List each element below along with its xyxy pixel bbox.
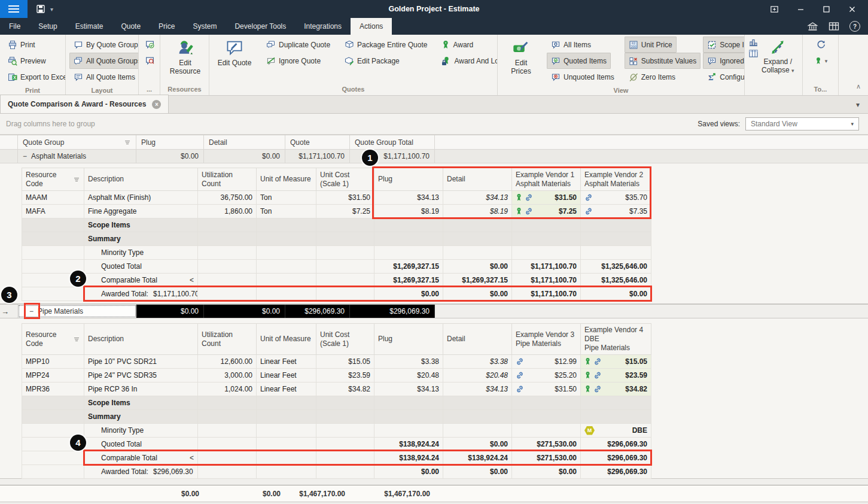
cell-plug[interactable]: $20.48 <box>374 369 443 382</box>
preview-button[interactable]: Preview <box>4 53 50 69</box>
col-unit-cost[interactable]: Unit Cost (Scale 1) <box>316 324 374 355</box>
maximize-icon[interactable] <box>823 5 830 13</box>
scope-items-row[interactable]: Scope Items <box>22 218 651 232</box>
expand-collapse-button[interactable]: Expand / Collapse ▾ <box>759 37 797 84</box>
col-unit-cost[interactable]: Unit Cost (Scale 1) <box>316 168 374 191</box>
cell-detail[interactable]: $20.48 <box>443 369 512 382</box>
group-plug[interactable]: $0.00 <box>136 150 204 163</box>
by-quote-group-button[interactable]: By Quote Group <box>69 37 139 53</box>
cell-detail[interactable]: $34.13 <box>443 191 512 205</box>
col-unit-of-measure[interactable]: Unit of Measure <box>257 168 316 191</box>
cell-vendor-4-awarded[interactable]: $15.05 <box>581 355 651 369</box>
cell-utilization-count[interactable]: 3,000.00 <box>198 369 257 382</box>
col-vendor-3[interactable]: Example Vendor 3Pipe Materials <box>512 324 581 355</box>
cell-description[interactable]: Pipe RCP 36 In <box>84 382 198 396</box>
link-icon[interactable] <box>584 193 593 202</box>
col-detail[interactable]: Detail <box>443 168 512 191</box>
all-quote-groups-button[interactable]: All Quote Groups <box>69 53 139 69</box>
link-icon[interactable] <box>584 207 593 215</box>
cell-unit-cost[interactable]: $34.82 <box>316 382 374 396</box>
close-tab-icon[interactable]: × <box>152 100 161 109</box>
awarded-total-row[interactable]: Awarded Total:$1,171,100.70 $0.00$0.00 $… <box>22 287 651 301</box>
group-plug[interactable]: $0.00 <box>136 305 204 318</box>
link-icon[interactable] <box>525 207 533 215</box>
cell-utilization-count[interactable]: 12,600.00 <box>198 355 257 369</box>
layout-grid-icon[interactable] <box>829 22 839 31</box>
cell-plug[interactable]: $34.13 <box>374 382 443 396</box>
col-unit-of-measure[interactable]: Unit of Measure <box>257 324 316 355</box>
col-quote-group[interactable]: Quote Group <box>18 135 136 149</box>
bank-icon[interactable] <box>807 22 818 32</box>
quoted-total-row[interactable]: Quoted Total $138,924.24$0.00 $271,530.0… <box>22 438 651 451</box>
ignored-quotes-button[interactable]: Ignored Quotes <box>703 53 745 69</box>
menu-quote[interactable]: Quote <box>112 18 150 35</box>
cell-vendor-4-awarded[interactable]: $23.59 <box>581 369 651 382</box>
cell-plug[interactable]: $34.13 <box>374 191 443 205</box>
edit-resource-button[interactable]: Edit Resource <box>164 37 206 84</box>
save-icon[interactable] <box>36 4 45 14</box>
edit-prices-button[interactable]: Edit Prices <box>501 37 541 85</box>
menu-integrations[interactable]: Integrations <box>295 18 351 35</box>
all-items-button[interactable]: All Items <box>547 37 595 53</box>
saved-views-combo[interactable]: Standard View ▾ <box>745 117 859 130</box>
award-button[interactable]: Award <box>437 37 477 53</box>
group-row-asphalt-materials[interactable]: −Asphalt Materials $0.00 $0.00 $1,171,10… <box>0 150 868 163</box>
cell-utilization-count[interactable]: 36,750.00 <box>198 191 257 205</box>
minimize-icon[interactable] <box>797 5 805 13</box>
cell-unit-of-measure[interactable]: Linear Feet <box>257 382 316 396</box>
menu-system[interactable]: System <box>184 18 226 35</box>
col-quote[interactable]: Quote <box>285 135 350 149</box>
edit-package-button[interactable]: Edit Package <box>340 53 404 69</box>
cell-vendor-2[interactable]: $35.70 <box>581 191 651 205</box>
link-icon[interactable] <box>516 371 524 379</box>
configure-totals-button[interactable]: Σ Configure Totals <box>703 69 745 85</box>
cell-unit-of-measure[interactable]: Ton <box>257 205 316 218</box>
col-vendor-2[interactable]: Example Vendor 2Asphalt Materials <box>581 168 651 191</box>
substitute-values-button[interactable]: Substitute Values <box>625 53 701 69</box>
menu-developer-tools[interactable]: Developer Tools <box>226 18 295 35</box>
cell-unit-cost[interactable]: $31.50 <box>316 191 374 205</box>
bubble-search-button[interactable] <box>142 53 157 69</box>
unit-price-button[interactable]: ¢2200 Unit Price <box>625 37 677 53</box>
comparable-total-row[interactable]: Comparable Total< $1,269,327.15$1,269,32… <box>22 274 651 287</box>
cell-vendor-2[interactable]: $7.35 <box>581 205 651 218</box>
link-icon[interactable] <box>593 385 602 393</box>
award-dropdown-button[interactable]: ▾ <box>812 53 831 69</box>
link-icon[interactable] <box>516 385 524 393</box>
col-plug[interactable]: Plug <box>374 324 443 355</box>
cell-plug[interactable]: $3.38 <box>374 355 443 369</box>
cell-unit-cost[interactable]: $15.05 <box>316 355 374 369</box>
close-icon[interactable] <box>848 5 856 13</box>
group-detail[interactable]: $0.00 <box>204 150 285 163</box>
cell-unit-of-measure[interactable]: Linear Feet <box>257 355 316 369</box>
col-utilization-count[interactable]: Utilization Count <box>198 168 257 191</box>
awarded-total-row[interactable]: Awarded Total:$296,069.30 $0.00$0.00 $0.… <box>22 465 651 479</box>
pivot-table-icon[interactable] <box>748 49 759 58</box>
col-quote-group-total[interactable]: Quote Group Total <box>350 135 435 149</box>
chart-icon[interactable] <box>748 38 759 47</box>
group-total[interactable]: $296,069.30 <box>350 305 435 318</box>
ignore-quote-button[interactable]: Ignore Quote <box>262 53 325 69</box>
col-description[interactable]: Description <box>84 324 198 355</box>
cell-resource-code[interactable]: MPP10 <box>22 355 84 369</box>
tab-list-caret-icon[interactable]: ▾ <box>856 101 868 109</box>
cell-vendor-1-awarded[interactable]: $31.50 <box>512 191 581 205</box>
cell-description[interactable]: Pipe 24" PVC SDR35 <box>84 369 198 382</box>
collapse-group-icon[interactable]: − <box>29 307 33 315</box>
package-entire-quote-button[interactable]: Package Entire Quote <box>340 37 431 53</box>
cell-minority-vendor-4[interactable]: MDBE <box>581 424 651 438</box>
cell-description[interactable]: Asphalt Mix (Finish) <box>84 191 198 205</box>
collapse-ribbon-icon[interactable]: ∧ <box>856 83 861 90</box>
cell-plug[interactable]: $8.19 <box>374 205 443 218</box>
zero-items-button[interactable]: Zero Items <box>625 69 680 85</box>
cell-vendor-3[interactable]: $31.50 <box>512 382 581 396</box>
link-icon[interactable] <box>593 371 602 379</box>
col-description[interactable]: Description <box>84 168 198 191</box>
link-icon[interactable] <box>593 357 602 366</box>
cell-vendor-1-awarded[interactable]: $7.25 <box>512 205 581 218</box>
cell-resource-code[interactable]: MPP24 <box>22 369 84 382</box>
cell-utilization-count[interactable]: 1,024.00 <box>198 382 257 396</box>
summary-row[interactable]: Summary <box>22 232 651 246</box>
help-icon[interactable]: ? <box>849 21 860 32</box>
link-icon[interactable] <box>516 357 524 366</box>
